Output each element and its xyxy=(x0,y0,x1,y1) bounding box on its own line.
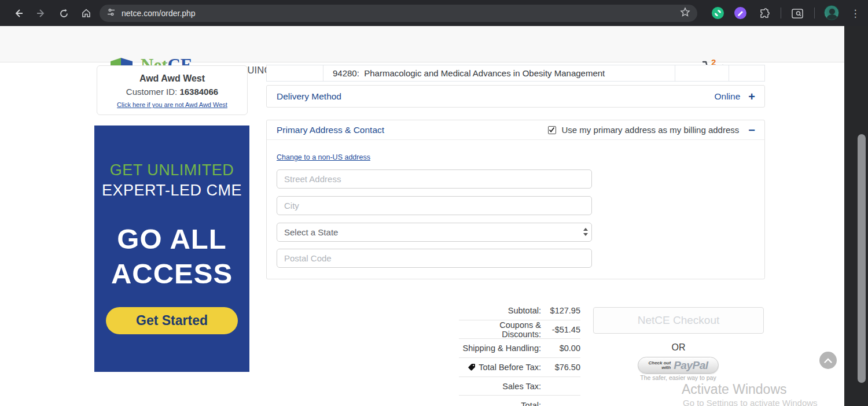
ad-line1: GET UNLIMITED xyxy=(94,161,249,179)
delivery-method-toggle[interactable]: Online + xyxy=(715,91,756,102)
total-row-coupons: Coupons & Discounts: -$51.45 xyxy=(459,320,580,339)
order-totals: Subtotal: $127.95 Coupons & Discounts: -… xyxy=(459,301,580,406)
city-input[interactable] xyxy=(277,196,592,215)
reload-button[interactable] xyxy=(55,5,72,22)
street-address-input[interactable] xyxy=(277,169,592,189)
scroll-to-top-button[interactable] xyxy=(819,352,837,369)
total-row-subtotal: Subtotal: $127.95 xyxy=(459,301,580,320)
home-button[interactable] xyxy=(78,5,95,22)
select-arrows-icon xyxy=(583,227,589,237)
url-text: netce.com/order.php xyxy=(122,9,680,18)
back-button[interactable] xyxy=(10,5,27,22)
ad-line3: GO ALL xyxy=(94,222,249,256)
ad-line2: EXPERT-LED CME xyxy=(94,182,249,200)
scrollbar-thumb[interactable] xyxy=(858,134,866,383)
extensions-puzzle-icon[interactable] xyxy=(756,5,773,22)
delivery-method-value: Online xyxy=(715,91,741,102)
customer-id: Customer ID: 16384066 xyxy=(97,87,247,97)
total-row-total: Total: xyxy=(459,396,580,406)
expand-plus-icon[interactable]: + xyxy=(748,91,755,102)
item-cell-blank xyxy=(729,65,764,81)
bookmark-star-icon[interactable] xyxy=(680,7,690,20)
collapse-minus-icon[interactable]: − xyxy=(748,124,755,136)
order-items-table: 94280: Pharmacologic and Medical Advance… xyxy=(266,65,765,82)
item-cell-blank xyxy=(675,65,729,81)
primary-address-section: Primary Address & Contact Use my primary… xyxy=(266,120,765,279)
postal-code-input[interactable] xyxy=(277,249,592,268)
site-settings-icon[interactable] xyxy=(106,8,116,19)
browser-window: netce.com/order.php ⋮ xyxy=(0,0,868,406)
delivery-method-title: Delivery Method xyxy=(277,91,341,102)
toolbar-divider xyxy=(814,8,815,19)
total-row-shipping: Shipping & Handling: $0.00 xyxy=(459,339,580,358)
ad-line4: ACCESS xyxy=(94,256,249,291)
address-bar[interactable]: netce.com/order.php xyxy=(100,5,697,22)
checkmark-icon xyxy=(549,127,555,133)
item-title: 94280: Pharmacologic and Medical Advance… xyxy=(333,68,605,78)
item-title-cell: 94280: Pharmacologic and Medical Advance… xyxy=(323,65,675,81)
change-non-us-link[interactable]: Change to a non-US address xyxy=(277,153,370,161)
delivery-method-section: Delivery Method Online + xyxy=(266,85,765,108)
primary-address-title: Primary Address & Contact xyxy=(277,125,384,135)
state-select[interactable] xyxy=(277,223,592,242)
primary-address-header: Primary Address & Contact Use my primary… xyxy=(267,120,764,140)
paypal-logo: PayPal xyxy=(674,359,708,372)
activate-windows-subtext: Go to Settings to activate Windows xyxy=(683,398,818,406)
ad-banner[interactable]: GET UNLIMITED EXPERT-LED CME GO ALL ACCE… xyxy=(94,126,249,372)
paypal-caption: The safer, easier way to pay xyxy=(638,374,719,381)
customer-info-card: Awd Awd West Customer ID: 16384066 Click… xyxy=(97,65,248,115)
extension-green-icon[interactable] xyxy=(712,7,724,19)
profile-avatar[interactable] xyxy=(824,5,839,20)
forward-button[interactable] xyxy=(32,5,50,22)
toolbar-divider xyxy=(781,8,781,19)
site-header: NetCE Continuing Education CONTINUING ED… xyxy=(0,26,868,62)
browser-toolbar: netce.com/order.php ⋮ xyxy=(0,0,868,26)
browser-menu-icon[interactable]: ⋮ xyxy=(847,5,864,22)
total-row-sales-tax: Sales Tax: xyxy=(459,377,580,396)
billing-checkbox-label: Use my primary address as my billing add… xyxy=(562,125,740,135)
activate-windows-watermark: Activate Windows xyxy=(682,382,787,397)
price-tag-icon xyxy=(468,363,476,371)
total-row-before-tax: Total Before Tax: $76.50 xyxy=(459,358,580,377)
item-cell-blank xyxy=(267,65,323,81)
paypal-checkout-button[interactable]: Check outwith PayPal xyxy=(638,357,719,374)
not-customer-link[interactable]: Click here if you are not Awd Awd West xyxy=(117,101,227,108)
billing-address-checkbox[interactable] xyxy=(548,126,556,134)
get-started-button[interactable]: Get Started xyxy=(106,307,238,334)
customer-name: Awd Awd West xyxy=(97,73,247,84)
or-separator: OR xyxy=(593,342,764,353)
extension-purple-icon[interactable] xyxy=(734,7,746,19)
side-panel-search-icon[interactable] xyxy=(789,5,806,22)
netce-checkout-button[interactable]: NetCE Checkout xyxy=(593,307,764,334)
chevron-up-icon xyxy=(824,358,832,363)
